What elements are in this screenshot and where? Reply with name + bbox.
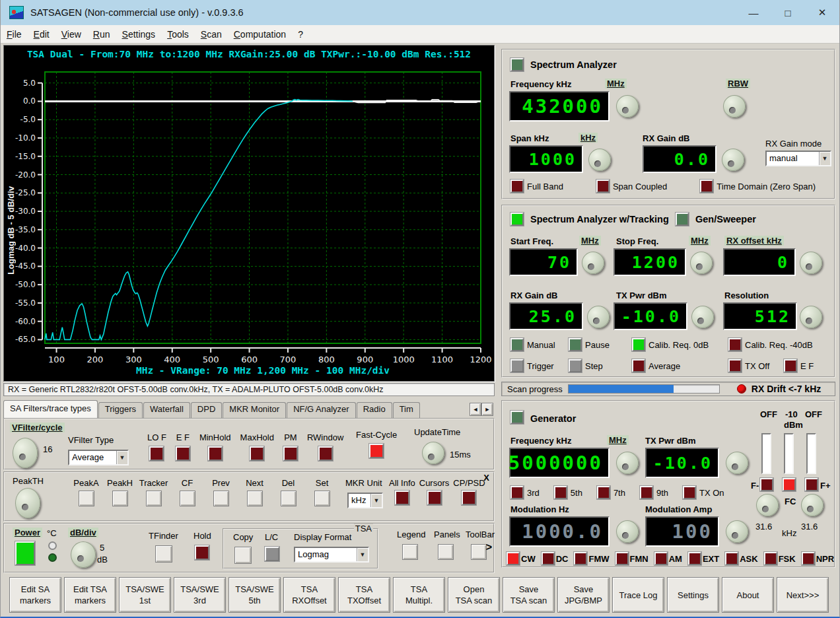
fast-cycle-checkbox[interactable]: Fast-Cycle bbox=[356, 430, 397, 458]
bottom-action-button[interactable]: Edit TSA markers bbox=[64, 577, 116, 613]
trace-filter-checkbox[interactable]: LO F bbox=[147, 432, 166, 461]
checkbox-box[interactable] bbox=[318, 446, 333, 461]
lc-checkbox[interactable] bbox=[265, 547, 279, 561]
hold-checkbox[interactable] bbox=[195, 545, 209, 560]
modulation-type-checkbox[interactable]: FSK bbox=[764, 552, 796, 565]
bottom-action-button[interactable]: TSA/SWE 3rd bbox=[174, 577, 226, 613]
chevron-down-icon[interactable]: ▼ bbox=[370, 494, 382, 507]
bottom-action-button[interactable]: Open TSA scan bbox=[448, 577, 500, 613]
marker-option-checkbox[interactable]: Cursors bbox=[419, 478, 450, 505]
vfilter-cycle-knob[interactable] bbox=[13, 438, 38, 468]
menu-item[interactable]: Scan bbox=[195, 27, 228, 42]
checkbox-box[interactable] bbox=[596, 180, 610, 193]
tracking-option-checkbox[interactable]: Step bbox=[569, 359, 632, 372]
tab[interactable]: NF/G Analyzer bbox=[287, 402, 356, 418]
start-freq-knob[interactable] bbox=[582, 252, 604, 274]
marker-button[interactable] bbox=[146, 491, 162, 506]
tab[interactable]: Waterfall bbox=[143, 402, 190, 418]
tracking-option-checkbox[interactable]: TX Off bbox=[728, 359, 784, 372]
rx-offset-knob[interactable] bbox=[800, 252, 822, 274]
chevron-down-icon[interactable]: ▼ bbox=[819, 152, 830, 165]
tfinder-button[interactable] bbox=[155, 545, 172, 563]
marker-button[interactable] bbox=[281, 491, 297, 506]
modulation-type-checkbox[interactable]: CW bbox=[507, 552, 536, 565]
trk-tx-pwr-knob[interactable] bbox=[691, 306, 714, 328]
span-knob[interactable] bbox=[588, 149, 611, 171]
power-button[interactable] bbox=[15, 541, 35, 565]
trace-filter-checkbox[interactable]: E F bbox=[176, 432, 190, 461]
checkbox-box[interactable] bbox=[632, 338, 645, 351]
rx-offset-button[interactable]: RX offset kHz bbox=[724, 236, 784, 246]
menu-item[interactable]: Computation bbox=[228, 27, 292, 42]
tab[interactable]: SA Filters/trace types bbox=[3, 400, 98, 418]
legend-button[interactable] bbox=[402, 544, 418, 560]
tracking-option-checkbox[interactable]: Calib. Req. -40dB bbox=[728, 338, 813, 351]
checkbox-box[interactable] bbox=[569, 359, 582, 372]
tab-scroll-right-button[interactable]: ► bbox=[481, 403, 493, 416]
checkbox-box[interactable] bbox=[510, 338, 524, 351]
tracking-option-checkbox[interactable]: Calib. Req. 0dB bbox=[632, 338, 728, 351]
menu-item[interactable]: Edit bbox=[28, 27, 55, 42]
tracking-option-checkbox[interactable]: Manual bbox=[510, 338, 569, 351]
mkr-unit-select[interactable]: kHz▼ bbox=[347, 493, 383, 508]
menu-item[interactable]: Run bbox=[87, 27, 116, 42]
bottom-action-button[interactable]: TSA RXOffset bbox=[283, 577, 335, 613]
sa-option-checkbox[interactable]: Full Band bbox=[510, 180, 563, 193]
panels-button[interactable] bbox=[438, 544, 454, 560]
marker-button[interactable] bbox=[314, 491, 330, 506]
harmonic-checkbox[interactable]: 9th bbox=[640, 486, 668, 499]
checkbox-box[interactable] bbox=[510, 180, 524, 193]
rbw-knob[interactable] bbox=[723, 95, 746, 118]
bottom-action-button[interactable]: Next>>> bbox=[777, 577, 829, 613]
level-slider-left[interactable] bbox=[761, 433, 771, 474]
modulation-type-checkbox[interactable]: AM bbox=[654, 552, 682, 565]
marker-option-checkbox[interactable]: CP/PSD bbox=[453, 478, 485, 505]
checkbox-box[interactable] bbox=[510, 359, 524, 372]
tab[interactable]: Triggers bbox=[98, 402, 143, 418]
tracking-option-checkbox[interactable]: E F bbox=[784, 359, 814, 372]
frequency-knob[interactable] bbox=[616, 95, 639, 118]
checkbox-box[interactable] bbox=[615, 552, 629, 565]
resolution-knob[interactable] bbox=[800, 306, 822, 328]
generator-enable-checkbox[interactable] bbox=[510, 411, 524, 424]
bottom-action-button[interactable]: About bbox=[722, 577, 774, 613]
bottom-action-button[interactable]: TSA TXOffset bbox=[338, 577, 390, 613]
peak-th-knob[interactable] bbox=[15, 488, 40, 518]
display-format-select[interactable]: Logmag▼ bbox=[294, 547, 369, 563]
frequency-unit-button[interactable]: MHz bbox=[605, 79, 627, 88]
tracking-option-checkbox[interactable]: Pause bbox=[569, 338, 632, 351]
checkbox-box[interactable] bbox=[250, 446, 264, 461]
menu-item[interactable]: File bbox=[1, 27, 28, 42]
copy-button[interactable] bbox=[234, 547, 252, 564]
tab[interactable]: DPD bbox=[191, 402, 222, 418]
rbw-button[interactable]: RBW bbox=[726, 79, 750, 88]
bottom-action-button[interactable]: Save TSA scan bbox=[503, 577, 555, 613]
tracking-option-checkbox[interactable]: Trigger bbox=[510, 359, 569, 372]
gen-tx-pwr-knob[interactable] bbox=[726, 452, 748, 474]
tab-scroll-left-button[interactable]: ◄ bbox=[470, 403, 481, 416]
trace-filter-checkbox[interactable]: MinHold bbox=[199, 432, 231, 461]
stop-freq-unit-button[interactable]: MHz bbox=[689, 236, 711, 246]
more-arrow-button[interactable]: > bbox=[486, 541, 492, 553]
chevron-down-icon[interactable]: ▼ bbox=[357, 548, 368, 561]
menu-item[interactable]: Tools bbox=[161, 27, 195, 42]
marker-button[interactable] bbox=[213, 491, 229, 506]
modulation-type-checkbox[interactable]: DC bbox=[542, 552, 569, 565]
checkbox-box[interactable] bbox=[574, 552, 587, 565]
checkbox-box[interactable] bbox=[427, 491, 442, 505]
bottom-action-button[interactable]: Settings bbox=[667, 577, 719, 613]
checkbox-box[interactable] bbox=[597, 486, 610, 499]
checkbox-box[interactable] bbox=[395, 491, 409, 505]
gen-sweeper-checkbox[interactable] bbox=[676, 213, 689, 226]
stop-freq-knob[interactable] bbox=[690, 252, 713, 274]
checkbox-box[interactable] bbox=[784, 359, 797, 372]
tab[interactable]: Radio bbox=[357, 402, 392, 418]
modulation-type-checkbox[interactable]: FMN bbox=[615, 552, 648, 565]
modulation-type-checkbox[interactable]: NPR bbox=[802, 552, 834, 565]
menu-item[interactable]: ? bbox=[292, 27, 309, 42]
checkbox-box[interactable] bbox=[725, 552, 738, 565]
level-slider-right[interactable] bbox=[806, 433, 816, 474]
tracking-option-checkbox[interactable]: Average bbox=[632, 359, 728, 372]
db-div-button-label[interactable]: dB/div bbox=[68, 528, 98, 537]
harmonic-checkbox[interactable]: 7th bbox=[597, 486, 625, 499]
